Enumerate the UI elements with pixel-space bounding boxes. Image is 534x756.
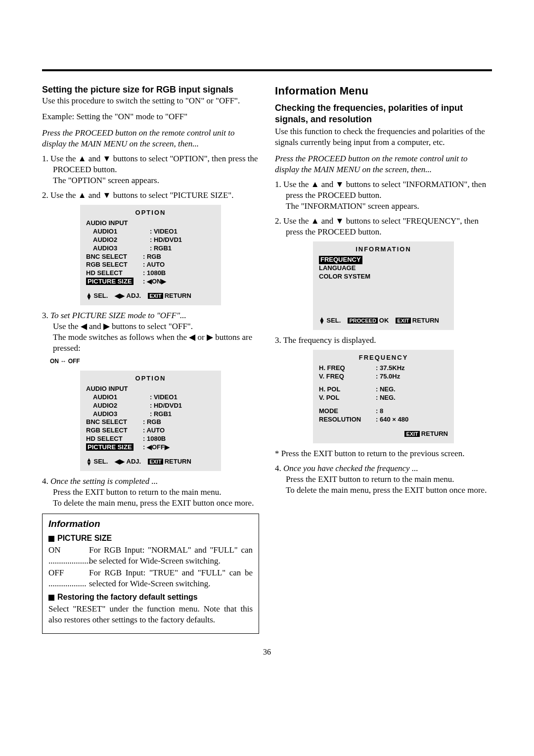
ok-text: OK (379, 317, 389, 324)
rstep4-a: Press the EXIT button to return to the m… (286, 474, 454, 484)
left-steps: 1. Use the ▲ and ▼ buttons to select "OP… (42, 153, 259, 201)
exit-return: EXITRETURN (396, 317, 439, 325)
osd-row-label: HD SELECT (86, 269, 143, 278)
info-off-desc: For RGB Input: "TRUE" and "FULL" can be … (89, 567, 253, 589)
step4-lead: Once the setting is completed ... (50, 476, 158, 486)
osd-spacer (319, 380, 448, 385)
sel-indicator: ▲▼ SEL. (86, 292, 108, 300)
osd-row-value: : 1080B (143, 435, 215, 443)
rstep3-text: The frequency is displayed. (283, 335, 376, 345)
square-bullet-icon (48, 536, 54, 542)
step-1: 1. Use the ▲ and ▼ buttons to select "OP… (42, 153, 259, 186)
exit-button-icon: EXIT (404, 431, 419, 437)
osd-row: V. FREQ: 75.0Hz (319, 373, 448, 381)
osd-title: INFORMATION (319, 245, 448, 254)
rstep3-no: 3. (275, 335, 281, 345)
picture-size-off-value: : ◀OFF▶ (143, 443, 215, 452)
proceed-ok: PROCEEDOK (348, 317, 389, 325)
osd-row-colorsystem: COLOR SYSTEM (319, 273, 448, 281)
osd-row-value: : AUTO (143, 426, 215, 435)
osd-row: RGB SELECT: AUTO (86, 426, 215, 435)
osd-row-label: AUDIO2 (93, 402, 150, 410)
audio-input-label: AUDIO INPUT (86, 219, 143, 228)
step1-text-a: Use the ▲ and ▼ buttons to select "OPTIO… (50, 154, 258, 174)
osd-spacer (319, 281, 448, 311)
step4-b: To delete the main menu, press the EXIT … (53, 498, 254, 508)
osd-row-value: : HD/DVD1 (150, 236, 215, 244)
osd-row-label: V. FREQ (319, 373, 376, 381)
osd-foot: ▲▼ SEL. ◀▶ ADJ. EXITRETURN (86, 292, 215, 300)
right-title: Information Menu (275, 84, 492, 98)
osd-row-label: AUDIO3 (93, 410, 150, 419)
page: Setting the picture size for RGB input s… (0, 0, 534, 676)
left-steps-4: 4. Once the setting is completed ... Pre… (42, 476, 259, 509)
info-sec-picturesize: PICTURE SIZE (48, 533, 253, 544)
rstep1-b: The "INFORMATION" screen appears. (286, 201, 419, 211)
rstep2-text: Use the ▲ and ▼ buttons to select "FREQU… (283, 216, 479, 236)
adj-text: ◀▶ ADJ. (115, 292, 141, 300)
osd-foot: ▲▼ SEL. PROCEEDOK EXITRETURN (319, 317, 448, 325)
sel-indicator: ▲▼ SEL. (319, 317, 341, 325)
exit-button-icon: EXIT (148, 459, 163, 465)
step2-text: Use the ▲ and ▼ buttons to select "PICTU… (50, 190, 234, 200)
osd-row: BNC SELECT: RGB (86, 418, 215, 426)
osd-row-value: : 1080B (143, 269, 215, 278)
osd-option-off: OPTION AUDIO INPUT AUDIO1: VIDEO1 AUDIO2… (80, 371, 221, 471)
exit-return: EXITRETURN (148, 292, 191, 300)
left-intro: Use this procedure to switch the setting… (42, 95, 259, 106)
rstep-1: 1. Use the ▲ and ▼ buttons to select "IN… (275, 179, 492, 212)
osd-row-label: BNC SELECT (86, 418, 143, 426)
osd-audio-input: AUDIO INPUT (86, 219, 215, 228)
osd-row-label: AUDIO2 (93, 236, 150, 244)
frequency-label: FREQUENCY (319, 256, 362, 264)
step4-no: 4. (42, 476, 48, 486)
step-3: 3. To set PICTURE SIZE mode to "OFF"... … (42, 310, 259, 354)
page-number: 36 (42, 648, 492, 657)
info-sec-label: PICTURE SIZE (57, 534, 112, 542)
osd-foot: ▲▼ SEL. ◀▶ ADJ. EXITRETURN (86, 458, 215, 466)
left-column: Setting the picture size for RGB input s… (42, 84, 259, 634)
info-sec-restore: Restoring the factory default settings (48, 592, 253, 603)
osd-row: RESOLUTION: 640 × 480 (319, 416, 448, 424)
osd-row-label: RGB SELECT (86, 426, 143, 435)
right-steps-4: 4. Once you have checked the frequency .… (275, 463, 492, 496)
picture-size-label: PICTURE SIZE (86, 278, 134, 285)
rstep1-no: 1. (275, 180, 281, 189)
osd-row: H. FREQ: 37.5KHz (319, 364, 448, 373)
osd-row: AUDIO1: VIDEO1 (86, 228, 215, 236)
step3-lead: To set PICTURE SIZE mode to "OFF"... (50, 311, 186, 320)
osd-row-value: : RGB (143, 253, 215, 261)
step2-no: 2. (42, 190, 48, 200)
osd-row-value: : RGB1 (150, 410, 215, 419)
picture-size-label: PICTURE SIZE (86, 443, 134, 451)
osd-row-value: : 75.0Hz (376, 373, 448, 381)
osd-row-value: : 8 (376, 407, 448, 416)
osd-row: HD SELECT: 1080B (86, 435, 215, 443)
step1-no: 1. (42, 154, 48, 163)
adj-text: ◀▶ ADJ. (115, 458, 141, 466)
square-bullet-icon (48, 595, 54, 601)
osd-row-label: AUDIO1 (93, 393, 150, 402)
sel-text: SEL. (327, 317, 341, 324)
rstep4-lead: Once you have checked the frequency ... (283, 464, 418, 473)
info-sec-label: Restoring the factory default settings (57, 593, 198, 601)
two-columns: Setting the picture size for RGB input s… (42, 84, 492, 634)
right-press: Press the PROCEED button on the remote c… (275, 153, 492, 175)
exit-return: EXITRETURN (148, 458, 191, 466)
osd-picture-size-row: PICTURE SIZE: ◀OFF▶ (86, 443, 215, 452)
osd-row: AUDIO3: RGB1 (86, 244, 215, 253)
osd-row-label: MODE (319, 407, 376, 416)
exit-button-icon: EXIT (396, 318, 410, 324)
right-note: * Press the EXIT button to return to the… (275, 448, 492, 459)
osd-title: OPTION (86, 209, 215, 217)
osd-row-value: : VIDEO1 (150, 228, 215, 236)
sel-text: SEL. (94, 458, 108, 465)
rstep1-a: Use the ▲ and ▼ buttons to select "INFOR… (283, 180, 486, 200)
osd-row-label: RESOLUTION (319, 416, 376, 424)
information-box: Information PICTURE SIZE ON ............… (42, 514, 259, 634)
info-on-row: ON ....................For RGB Input: "N… (48, 545, 253, 567)
return-text: RETURN (165, 292, 191, 299)
rstep2-no: 2. (275, 216, 281, 226)
step3-no: 3. (42, 311, 48, 320)
osd-row: RGB SELECT: AUTO (86, 261, 215, 269)
